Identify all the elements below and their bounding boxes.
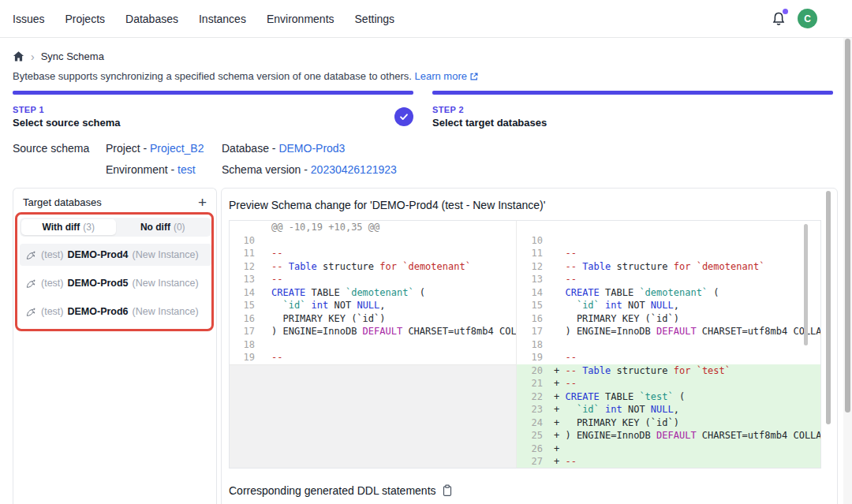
code-line: @@ -10,19 +10,35 @@ [262, 221, 516, 234]
line-number: 19 [230, 351, 262, 364]
ddl-statements-heading: Corresponding generated DDL statements [229, 484, 453, 497]
code-line: PRIMARY KEY (`id`) [550, 312, 820, 326]
db-name: DEMO-Prod6 [67, 306, 128, 317]
source-database-field: Database - DEMO-Prod3 [222, 142, 345, 155]
step1-complete-icon [394, 107, 413, 126]
code-line: + -- [550, 377, 820, 390]
line-number: 12 [230, 260, 262, 274]
line-number: 19 [517, 351, 550, 364]
line-number: 22 [517, 390, 550, 404]
diff-row: 18 [517, 338, 820, 352]
target-db-item-demo-prod4[interactable]: (test) DEMO-Prod4 (New Instance) [20, 244, 211, 266]
diff-row: 15 `id` int NOT NULL, [230, 299, 516, 312]
diff-pane-original[interactable]: @@ -10,19 +10,35 @@1011--12-- Table stru… [230, 221, 517, 468]
diff-row: 12 -- Table structure for `demotenant` [517, 260, 820, 274]
line-number: 18 [230, 338, 262, 352]
step1-progress-bar [13, 91, 413, 95]
avatar[interactable]: C [798, 9, 817, 28]
mysql-icon [26, 278, 37, 289]
step1-title: Select source schema [13, 117, 121, 129]
code-line: + PRIMARY KEY (`id`) [550, 416, 820, 430]
environment-link[interactable]: test [178, 163, 196, 176]
database-link[interactable]: DEMO-Prod3 [278, 142, 345, 155]
line-number: 20 [517, 364, 550, 378]
diff-row: 26+ [517, 442, 820, 456]
home-icon[interactable] [13, 50, 24, 62]
code-line: PRIMARY KEY (`id`) [262, 312, 516, 326]
schema-diff-editor[interactable]: @@ -10,19 +10,35 @@1011--12-- Table stru… [229, 220, 821, 469]
project-link[interactable]: Project_B2 [150, 142, 204, 155]
line-number: 14 [517, 286, 550, 300]
tab-no-diff-label: No diff [140, 222, 170, 233]
nav-item-issues[interactable]: Issues [13, 13, 44, 25]
db-suffix: (New Instance) [133, 249, 199, 260]
diff-row [517, 221, 820, 234]
line-number: 17 [517, 325, 550, 338]
project-label: Project - [106, 142, 150, 155]
diff-row: 12-- Table structure for `demotenant` [230, 260, 516, 274]
notification-badge [783, 9, 788, 14]
tab-with-diff[interactable]: With diff (3) [21, 219, 116, 235]
line-number: 11 [230, 247, 262, 260]
diff-row: 25+ ) ENGINE=InnoDB DEFAULT CHARSET=utf8… [517, 429, 820, 442]
line-number: 21 [517, 377, 550, 390]
line-number: 25 [517, 429, 550, 442]
diff-row: 10 [517, 234, 820, 248]
line-number: 10 [230, 234, 262, 248]
intro-text: Bytebase supports synchronizing a specif… [13, 70, 479, 82]
diff-row: 11-- [230, 247, 516, 260]
code-line: -- [550, 351, 820, 364]
mysql-icon [26, 250, 37, 260]
nav-item-instances[interactable]: Instances [199, 13, 246, 25]
diff-pane-modified[interactable]: 1011 --12 -- Table structure for `demote… [517, 221, 820, 468]
nav-item-projects[interactable]: Projects [65, 13, 105, 25]
target-db-item-demo-prod6[interactable]: (test) DEMO-Prod6 (New Instance) [20, 301, 211, 323]
source-schema-heading: Source schema [13, 142, 89, 155]
add-target-database-button[interactable]: + [198, 197, 207, 208]
code-line [262, 234, 516, 248]
line-number: 16 [230, 312, 262, 326]
line-number [230, 221, 262, 234]
nav-item-settings[interactable]: Settings [355, 13, 395, 25]
breadcrumb-page: Sync Schema [41, 50, 104, 62]
diff-row: 16 PRIMARY KEY (`id`) [230, 312, 516, 326]
tab-no-diff[interactable]: No diff (0) [116, 219, 211, 235]
target-db-item-demo-prod5[interactable]: (test) DEMO-Prod5 (New Instance) [20, 272, 211, 294]
diff-row: 13-- [230, 273, 516, 286]
learn-more-link[interactable]: Learn more [414, 70, 466, 82]
step1-label: STEP 1 [13, 105, 121, 114]
copy-icon[interactable] [442, 484, 453, 497]
page-scrollbar-thumb[interactable] [845, 39, 850, 413]
notification-bell-icon[interactable] [771, 11, 787, 27]
diff-row: 13 -- [517, 273, 820, 286]
ddl-statements-label: Corresponding generated DDL statements [229, 484, 436, 497]
diff-row: 11 -- [517, 247, 820, 260]
line-number: 12 [517, 260, 550, 274]
db-name: DEMO-Prod4 [67, 249, 128, 260]
preview-panel: Preview Schema change for 'DEMO-Prod4 (t… [221, 188, 838, 504]
tab-with-diff-count: (3) [83, 222, 95, 233]
diff-row: 22+ CREATE TABLE `test` ( [517, 390, 820, 404]
schema-version-link[interactable]: 20230426121923 [311, 163, 397, 176]
schema-version-label: Schema version - [222, 163, 311, 176]
code-line: -- [262, 273, 516, 286]
diff-row: 23+ `id` int NOT NULL, [517, 403, 820, 416]
target-databases-panel: Target databases + With diff (3) No diff… [13, 188, 217, 504]
nav-item-environments[interactable]: Environments [267, 13, 334, 25]
external-link-icon [469, 72, 479, 81]
diff-editor-scrollbar[interactable] [804, 224, 808, 345]
code-line: ) ENGINE=InnoDB DEFAULT CHARSET=utf8mb4 … [550, 325, 820, 338]
code-line: + [550, 442, 820, 456]
preview-panel-scrollbar[interactable] [826, 191, 831, 424]
line-number: 11 [517, 247, 550, 260]
breadcrumb: › Sync Schema [13, 50, 104, 62]
code-line [262, 338, 516, 352]
diff-row: 19 -- [517, 351, 820, 364]
code-line [550, 221, 820, 234]
code-line: -- [262, 247, 516, 260]
diff-empty-filler [230, 364, 516, 469]
line-number: 18 [517, 338, 550, 352]
code-line: -- [550, 247, 820, 260]
step2-title: Select target databases [432, 117, 547, 129]
nav-item-databases[interactable]: Databases [125, 13, 178, 25]
